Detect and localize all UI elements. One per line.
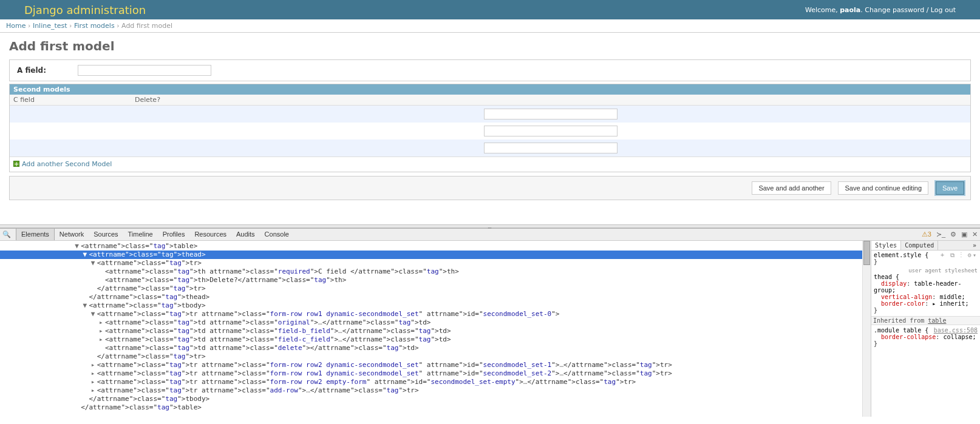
devtools-tab-network[interactable]: Network [55,229,89,240]
dom-tree[interactable]: ▼<attrname">class="tag">table> ▼<attrnam… [0,241,871,417]
devtools-tab-timeline[interactable]: Timeline [123,229,158,240]
inline-input[interactable] [484,143,618,153]
dom-line[interactable]: ▼<attrname">class="tag">tr> [0,259,871,268]
styles-panel: Styles Computed » + ⧉ ⁝ ⚙▾ element.style… [871,241,980,417]
css-declaration[interactable]: display: table-header-group; [874,280,978,294]
style-tools-icons[interactable]: + ⧉ ⁝ ⚙▾ [941,252,978,259]
devtools-tab-sources[interactable]: Sources [89,229,123,240]
page-title: Add first model [9,39,971,53]
css-declaration[interactable]: border-color: ▸ inherit; [874,300,978,307]
inline-second-models: Second models C field Delete? +Add anoth… [9,84,971,172]
cfield-cell [10,123,131,140]
devtools-tab-console[interactable]: Console [260,229,294,240]
inline-heading: Second models [10,84,970,95]
dom-line[interactable]: ▸<attrname">class="tag">td attrname">cla… [0,327,871,335]
a-field-input[interactable] [78,65,211,76]
save-continue-button[interactable]: Save and continue editing [838,181,928,195]
breadcrumb-home[interactable]: Home [6,22,26,30]
dom-line[interactable]: ▼<attrname">class="tag">table> [0,242,871,251]
close-devtools-icon[interactable]: ✕ [972,231,978,238]
dom-line[interactable]: ▸<attrname">class="tag">tr attrname">cla… [0,378,871,386]
main-fields-module: A field: [9,59,971,81]
breadcrumb-model[interactable]: First models [74,22,115,30]
more-tabs-icon[interactable]: » [969,241,980,250]
rule-source-link[interactable]: base.css:508 [934,327,978,334]
dom-line[interactable]: </attrname">class="tag">table> [0,403,871,412]
save-button[interactable]: Save [936,181,964,195]
dock-icon[interactable]: ▣ [961,231,967,238]
dom-line[interactable]: </attrname">class="tag">tr> [0,352,871,361]
dom-line[interactable]: <attrname">class="tag">td attrname">clas… [0,344,871,352]
add-icon: + [13,161,19,167]
col-delete: Delete? [131,95,970,106]
dom-line[interactable]: </attrname">class="tag">tr> [0,284,871,293]
devtools-tab-elements[interactable]: Elements [16,229,55,240]
logout-link[interactable]: Log out [931,6,956,14]
cfield-cell [10,140,131,157]
change-password-link[interactable]: Change password [865,6,924,14]
breadcrumb-current: Add first model [121,22,172,30]
warnings-badge[interactable]: ⚠3 [922,231,931,238]
dom-line[interactable]: ▼<attrname">class="tag">tr attrname">cla… [0,310,871,318]
breadcrumbs: Home › Inline_test › First models › Add … [0,19,980,33]
dom-line[interactable]: ▸<attrname">class="tag">tr attrname">cla… [0,369,871,378]
inline-input[interactable] [484,126,618,136]
resizer-dots-icon: ┅ [488,225,492,231]
inspect-icon[interactable]: 🔍 [2,231,11,238]
devtools-resizer[interactable]: ┅ [0,224,980,228]
username: paola [840,6,860,14]
inline-row [10,140,970,157]
styles-tab[interactable]: Styles [871,241,901,250]
devtools-tab-audits[interactable]: Audits [231,229,260,240]
branding[interactable]: Django administration [24,4,146,16]
console-toggle-icon[interactable]: ≻_ [936,231,945,238]
devtools-panel: 🔍 ElementsNetworkSourcesTimelineProfiles… [0,228,980,417]
input-cell [131,140,970,157]
dom-line[interactable]: ▸<attrname">class="tag">td attrname">cla… [0,335,871,344]
cfield-cell [10,106,131,123]
dom-line[interactable]: ▸<attrname">class="tag">tr attrname">cla… [0,386,871,395]
col-cfield: C field [10,95,131,106]
admin-header: Django administration Welcome, paola. Ch… [0,0,980,19]
inline-input[interactable] [484,109,618,119]
css-declaration[interactable]: vertical-align: middle; [874,294,978,300]
a-field-label: A field: [17,66,66,75]
dom-line[interactable]: <attrname">class="tag">th attrname">clas… [0,268,871,276]
devtools-tab-profiles[interactable]: Profiles [158,229,190,240]
inline-row [10,106,970,123]
inline-row [10,123,970,140]
dom-line[interactable]: ▸<attrname">class="tag">tr attrname">cla… [0,361,871,369]
breadcrumb-app[interactable]: Inline_test [33,22,67,30]
dom-line[interactable]: <attrname">class="tag">th>Delete?</attrn… [0,276,871,284]
module-table-selector: .module table { [874,327,928,334]
user-tools: Welcome, paola. Change password / Log ou… [805,6,956,14]
inherited-from-link[interactable]: table [928,317,946,324]
scrollbar-thumb[interactable] [863,241,870,265]
dom-line[interactable]: ▸<attrname">class="tag">td attrname">cla… [0,318,871,327]
a-field-row: A field: [10,60,970,81]
dom-line[interactable]: ▼<attrname">class="tag">tbody> [0,301,871,310]
ua-stylesheet-label: user agent stylesheet [874,268,978,274]
devtools-tab-resources[interactable]: Resources [189,229,231,240]
inline-table: C field Delete? +Add another Second Mode… [10,95,970,172]
dom-scrollbar[interactable] [862,241,871,417]
inherited-from-bar: Inherited from table [871,316,980,325]
element-style-selector[interactable]: element.style { [874,252,928,258]
dom-line[interactable]: </attrname">class="tag">tbody> [0,395,871,403]
input-cell [131,123,970,140]
computed-tab[interactable]: Computed [901,241,938,250]
dom-line[interactable]: </attrname">class="tag">thead> [0,293,871,301]
thead-selector: thead { [874,274,899,280]
add-another-link[interactable]: Add another Second Model [22,160,112,168]
welcome-text: Welcome, [805,6,840,14]
dom-line[interactable]: ▼<attrname">class="tag">thead> [0,251,871,259]
input-cell [131,106,970,123]
settings-gear-icon[interactable]: ⚙ [950,231,956,238]
save-add-another-button[interactable]: Save and add another [752,181,831,195]
submit-row: Save and add another Save and continue e… [9,176,971,200]
